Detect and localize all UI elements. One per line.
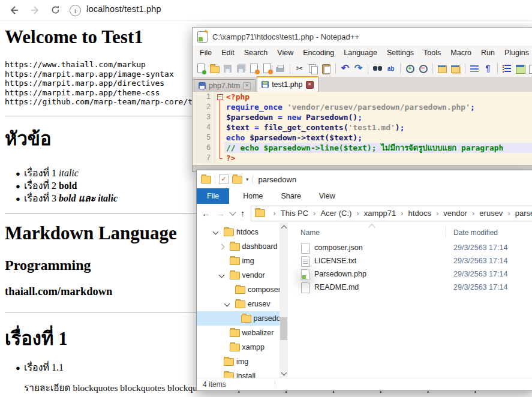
forward-button[interactable]	[29, 4, 41, 16]
menu-encoding[interactable]: Encoding	[298, 47, 339, 59]
close-file-icon[interactable]	[248, 63, 260, 74]
chevron-collapsed-icon[interactable]	[218, 243, 224, 249]
fold-margin[interactable]	[215, 112, 224, 122]
zoom-out-icon[interactable]	[417, 63, 429, 74]
breadcrumb[interactable]: › This PC›Acer (C:)›xampp71›htdocs›vendo…	[251, 206, 532, 221]
chevron-expanded-icon[interactable]	[224, 300, 230, 306]
close-all-icon[interactable]	[262, 63, 273, 74]
tab-test1.php[interactable]: test1.php✕	[257, 76, 318, 92]
code-line-3[interactable]: 3$parsedown = new Parsedown();	[193, 112, 532, 122]
ribbon-tab-share[interactable]: Share	[272, 188, 310, 204]
tree-scrollbar[interactable]	[279, 222, 288, 378]
code-editor[interactable]: 1<?php2require_once 'vendor/erusev/parse…	[193, 92, 532, 166]
tree-item-parsedown[interactable]: parsedown	[197, 311, 279, 326]
refresh-button[interactable]	[49, 4, 62, 16]
breadcrumb-segment[interactable]: xampp71	[364, 209, 396, 218]
date-modified-column-header[interactable]: Date modified	[453, 228, 498, 237]
save-icon[interactable]	[222, 63, 233, 74]
tree-item-htdocs[interactable]: htdocs	[197, 225, 279, 239]
menu-plugins[interactable]: Plugins	[500, 47, 532, 59]
find-icon[interactable]	[372, 63, 383, 74]
forward-button[interactable]: →	[216, 209, 225, 218]
tree-item-xampp[interactable]: xampp	[197, 340, 279, 354]
sync-horizontal-icon[interactable]	[450, 63, 461, 74]
scrollbar-thumb[interactable]	[280, 317, 287, 340]
show-symbols-icon[interactable]	[482, 63, 494, 74]
tree-item-erusev[interactable]: erusev	[197, 297, 279, 311]
copy-icon[interactable]	[307, 63, 318, 74]
code-line-2[interactable]: 2require_once 'vendor/erusev/parsedown/p…	[193, 102, 532, 112]
redo-icon[interactable]	[353, 63, 364, 74]
tree-item-dashboard[interactable]: dashboard	[197, 239, 279, 254]
close-tab-icon[interactable]: ✕	[306, 81, 314, 89]
fold-margin[interactable]	[215, 143, 224, 153]
fold-margin[interactable]	[215, 153, 224, 163]
breadcrumb-segment[interactable]: Acer (C:)	[320, 209, 351, 218]
file-row-composer.json[interactable]: composer.json29/3/2563 17:14	[293, 242, 532, 255]
explorer-titlebar[interactable]: ✓ ▾ parsedown	[197, 170, 532, 188]
replace-icon[interactable]	[385, 63, 396, 74]
tree-item-webalizer[interactable]: webalizer	[197, 326, 279, 340]
zoom-in-icon[interactable]	[404, 63, 416, 74]
menu-search[interactable]: Search	[239, 47, 273, 59]
code-line-7[interactable]: 7?>	[193, 153, 532, 163]
sync-vertical-icon[interactable]	[437, 63, 448, 74]
menu-tools[interactable]: Tools	[419, 47, 446, 59]
close-tab-icon[interactable]: ✕	[243, 82, 251, 90]
ribbon-tab-home[interactable]: Home	[234, 188, 272, 204]
run-macro-icon[interactable]	[528, 63, 532, 74]
breadcrumb-segment[interactable]: This PC	[281, 209, 308, 218]
tree-item-img[interactable]: img	[197, 254, 279, 268]
fold-margin[interactable]	[215, 102, 224, 112]
new-file-icon[interactable]	[196, 63, 207, 74]
breadcrumb-segment[interactable]: vendor	[443, 209, 467, 218]
up-button[interactable]: ↑	[241, 209, 245, 218]
site-info-icon[interactable]: i	[70, 5, 81, 16]
code-line-6[interactable]: 6// echo $parsedown->line($text); ไม่มีก…	[193, 143, 532, 153]
menu-language[interactable]: Language	[339, 47, 382, 59]
breadcrumb-segment[interactable]: erusev	[479, 209, 503, 218]
file-row-README.md[interactable]: README.md29/3/2563 17:14	[293, 281, 532, 294]
code-line-4[interactable]: 4$text = file_get_contents('test1.md');	[193, 122, 532, 133]
print-icon[interactable]	[275, 63, 286, 74]
breadcrumb-segment[interactable]: parsedown	[515, 209, 532, 218]
new-folder-icon[interactable]	[232, 176, 242, 184]
notepad-titlebar[interactable]: C:\xampp71\htdocs\test1.php - Notepad++	[193, 28, 532, 46]
ribbon-tab-view[interactable]: View	[310, 188, 344, 204]
ribbon-tab-file[interactable]: File	[197, 188, 229, 204]
menu-edit[interactable]: Edit	[217, 47, 239, 59]
back-button[interactable]: ←	[202, 209, 211, 218]
menu-file[interactable]: File	[195, 47, 217, 59]
tree-item-composer[interactable]: composer	[197, 282, 279, 297]
code-line-5[interactable]: 5echo $parsedown->text($text);	[193, 133, 532, 143]
file-row-LICENSE.txt[interactable]: LICENSE.txt29/3/2563 17:14	[293, 255, 532, 268]
save-all-icon[interactable]	[235, 63, 247, 74]
cut-icon[interactable]	[294, 63, 305, 74]
scroll-up-icon[interactable]	[281, 225, 287, 231]
indent-guide-icon[interactable]	[501, 63, 513, 74]
address-bar[interactable]: localhost/test1.php	[86, 4, 161, 14]
tab-php7.htm[interactable]: php7.htm✕	[194, 79, 256, 92]
chevron-expanded-icon[interactable]	[213, 228, 219, 234]
tree-item-install[interactable]: install	[197, 369, 279, 378]
menu-view[interactable]: View	[272, 47, 298, 59]
fold-margin[interactable]	[215, 133, 224, 143]
doc-map-icon[interactable]	[515, 63, 526, 74]
properties-icon[interactable]: ✓	[219, 175, 229, 184]
column-divider[interactable]	[446, 226, 446, 238]
fold-margin[interactable]	[215, 122, 224, 133]
file-row-Parsedown.php[interactable]: Parsedown.php29/3/2563 17:14	[293, 268, 532, 281]
chevron-expanded-icon[interactable]	[218, 272, 224, 278]
undo-icon[interactable]	[339, 63, 351, 74]
menu-settings[interactable]: Settings	[382, 47, 419, 59]
code-line-1[interactable]: 1<?php	[193, 92, 532, 102]
menu-macro[interactable]: Macro	[446, 47, 476, 59]
back-button[interactable]	[7, 4, 20, 16]
breadcrumb-segment[interactable]: htdocs	[408, 209, 431, 218]
word-wrap-icon[interactable]	[469, 63, 480, 74]
menu-run[interactable]: Run	[476, 47, 500, 59]
recent-locations-icon[interactable]	[229, 209, 236, 215]
open-file-icon[interactable]	[209, 63, 220, 74]
tree-item-vendor[interactable]: vendor	[197, 268, 279, 282]
scroll-down-icon[interactable]	[281, 370, 287, 376]
